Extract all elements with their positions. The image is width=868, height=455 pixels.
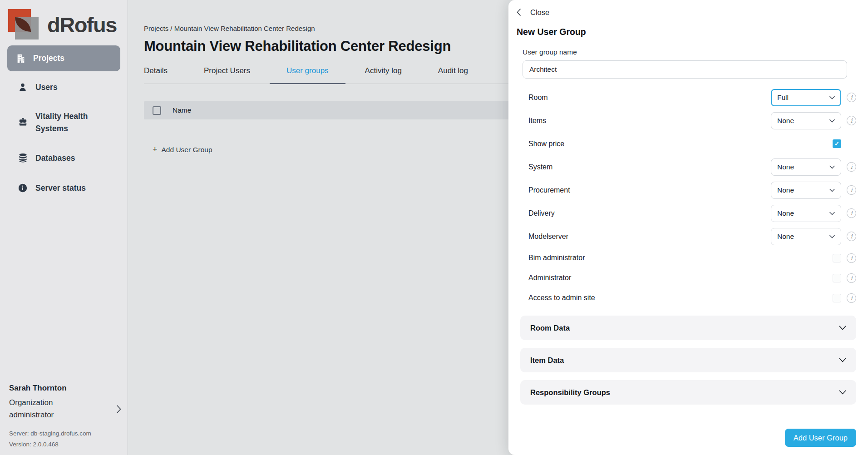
drofus-logo-icon bbox=[8, 8, 47, 41]
drofus-wordmark: dRofus bbox=[47, 12, 117, 37]
perm-row-delivery: Delivery None i bbox=[528, 202, 856, 225]
add-user-group-label: Add User Group bbox=[162, 146, 212, 154]
sidebar-item-label: Users bbox=[35, 81, 58, 93]
sidebar-item-label: Databases bbox=[35, 152, 75, 164]
tab-user-groups[interactable]: User groups bbox=[286, 66, 329, 84]
access-to-admin-site-checkbox[interactable] bbox=[833, 294, 841, 302]
sidebar-item-users[interactable]: Users bbox=[7, 81, 120, 93]
info-circle-icon bbox=[17, 183, 28, 193]
user-group-name-label: User group name bbox=[523, 48, 856, 56]
sidebar-item-vitality-health-systems[interactable]: Vitality Health Systems bbox=[7, 110, 120, 134]
tab-project-users[interactable]: Project Users bbox=[204, 66, 250, 84]
panel-title: New User Group bbox=[517, 27, 856, 37]
sidebar-item-label: Vitality Health Systems bbox=[35, 110, 108, 134]
user-role: Organization administrator bbox=[9, 397, 86, 421]
info-icon[interactable]: i bbox=[847, 116, 856, 125]
building-icon bbox=[15, 53, 26, 64]
info-icon[interactable]: i bbox=[847, 162, 856, 172]
chevron-left-icon bbox=[517, 9, 521, 16]
close-button[interactable]: Close bbox=[517, 7, 567, 17]
modelserver-select[interactable]: None bbox=[771, 228, 841, 245]
column-header-name: Name bbox=[173, 106, 191, 114]
info-icon[interactable]: i bbox=[847, 93, 856, 102]
info-icon[interactable]: i bbox=[847, 253, 856, 263]
section-room-data[interactable]: Room Data bbox=[520, 316, 856, 340]
add-user-group-button[interactable]: Add User Group bbox=[785, 429, 856, 447]
chevron-right-icon bbox=[117, 405, 121, 413]
chevron-down-icon bbox=[839, 390, 846, 395]
chevron-down-icon bbox=[839, 358, 846, 362]
perm-row-modelserver: Modelserver None i bbox=[528, 225, 856, 248]
user-name: Sarah Thornton bbox=[9, 384, 121, 393]
info-icon[interactable]: i bbox=[847, 293, 856, 303]
user-group-name-input[interactable] bbox=[523, 60, 847, 79]
perm-row-administrator: Administrator i bbox=[528, 268, 856, 288]
database-icon bbox=[17, 153, 28, 163]
delivery-select[interactable]: None bbox=[771, 205, 841, 222]
permission-list: Room Full i Items None i Show price bbox=[528, 86, 856, 308]
tab-activity-log[interactable]: Activity log bbox=[365, 66, 402, 84]
bim-administrator-checkbox[interactable] bbox=[833, 254, 841, 262]
briefcase-icon bbox=[17, 117, 28, 128]
check-icon: ✓ bbox=[834, 140, 839, 147]
plus-icon: + bbox=[153, 145, 158, 154]
select-all-checkbox[interactable] bbox=[153, 106, 161, 115]
sidebar-item-server-status[interactable]: Server status bbox=[7, 182, 120, 194]
info-icon[interactable]: i bbox=[847, 185, 856, 195]
user-icon bbox=[17, 82, 28, 93]
procurement-select[interactable]: None bbox=[771, 182, 841, 199]
info-icon[interactable]: i bbox=[847, 232, 856, 241]
info-icon[interactable]: i bbox=[847, 273, 856, 283]
section-item-data[interactable]: Item Data bbox=[520, 348, 856, 372]
administrator-checkbox[interactable] bbox=[833, 274, 841, 282]
organization-administrator-link[interactable]: Organization administrator bbox=[9, 397, 121, 421]
perm-row-system: System None i bbox=[528, 155, 856, 178]
perm-row-room: Room Full i bbox=[528, 86, 856, 109]
system-select[interactable]: None bbox=[771, 158, 841, 176]
close-label: Close bbox=[530, 8, 549, 17]
room-select[interactable]: Full bbox=[771, 89, 841, 106]
sidebar-item-label: Server status bbox=[35, 182, 86, 194]
items-select[interactable]: None bbox=[771, 112, 841, 129]
sidebar-item-projects[interactable]: Projects bbox=[7, 45, 120, 71]
perm-row-bim-administrator: Bim administrator i bbox=[528, 248, 856, 268]
sidebar-item-label: Projects bbox=[33, 54, 64, 63]
tab-audit-log[interactable]: Audit log bbox=[438, 66, 468, 84]
show-price-checkbox[interactable]: ✓ bbox=[833, 139, 841, 148]
section-responsibility-groups[interactable]: Responsibility Groups bbox=[520, 380, 856, 405]
server-info: Server: db-staging.drofus.com bbox=[9, 430, 121, 437]
perm-row-show-price: Show price ✓ bbox=[528, 132, 856, 155]
sidebar: dRofus Projects Users Vitality Health Sy… bbox=[0, 0, 128, 455]
perm-row-procurement: Procurement None i bbox=[528, 178, 856, 202]
sidebar-item-databases[interactable]: Databases bbox=[7, 152, 120, 164]
perm-row-items: Items None i bbox=[528, 109, 856, 132]
info-icon[interactable]: i bbox=[847, 208, 856, 218]
new-user-group-panel: Close New User Group User group name Roo… bbox=[508, 0, 868, 455]
tab-details[interactable]: Details bbox=[144, 66, 168, 84]
chevron-down-icon bbox=[839, 326, 846, 330]
version-info: Version: 2.0.0.468 bbox=[9, 441, 121, 448]
sidebar-footer: Sarah Thornton Organization administrato… bbox=[9, 384, 121, 448]
perm-row-access-admin-site: Access to admin site i bbox=[528, 288, 856, 308]
drofus-logo: dRofus bbox=[8, 8, 120, 41]
